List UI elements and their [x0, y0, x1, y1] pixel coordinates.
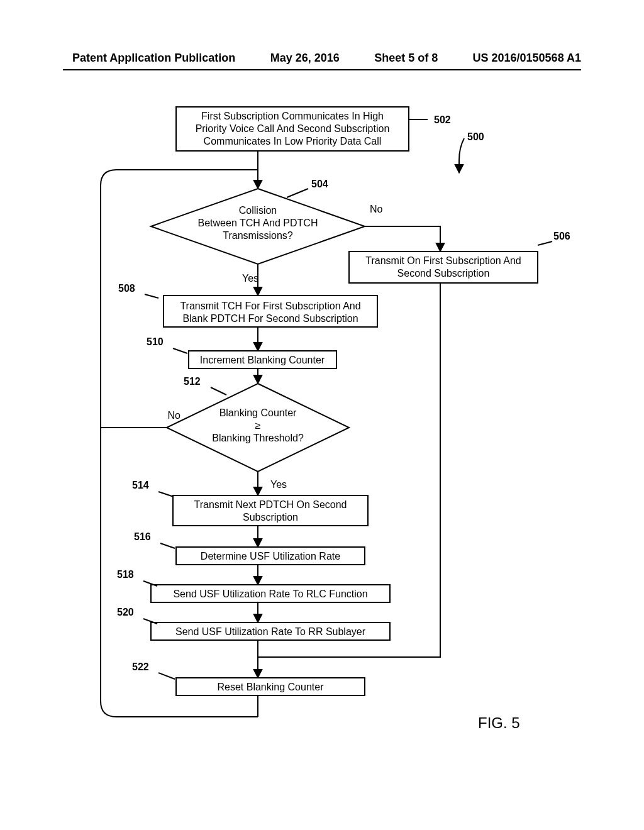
node-504-line2: Between TCH And PDTCH: [198, 218, 318, 228]
node-520-line1: Send USF Utilization Rate To RR Sublayer: [175, 626, 366, 637]
ref-500: 500: [467, 131, 484, 142]
ref-516: 516: [134, 531, 151, 542]
node-522-line1: Reset Blanking Counter: [218, 682, 325, 692]
page: Patent Application Publication May 26, 2…: [0, 0, 644, 830]
ref-506: 506: [553, 231, 570, 241]
ref-510: 510: [147, 336, 164, 347]
header-docnum: US 2016/0150568 A1: [473, 52, 581, 65]
node-516-line1: Determine USF Utilization Rate: [201, 551, 340, 562]
figure-label: FIG. 5: [478, 714, 520, 731]
ref-522: 522: [132, 661, 149, 672]
header-pub: Patent Application Publication: [72, 52, 235, 65]
ref-514: 514: [132, 480, 149, 490]
node-502-line3: Communicates In Low Priority Data Call: [204, 136, 382, 147]
node-504-line1: Collision: [239, 205, 277, 216]
node-504-line3: Transmissions?: [223, 230, 293, 241]
ref-504: 504: [311, 179, 328, 189]
page-header: Patent Application Publication May 26, 2…: [72, 52, 581, 65]
node-518-line1: Send USF Utilization Rate To RLC Functio…: [173, 589, 367, 599]
ref-518: 518: [117, 569, 134, 580]
node-502-line1: First Subscription Communicates In High: [201, 111, 384, 121]
ref-512: 512: [184, 376, 201, 387]
node-512-yes: Yes: [270, 479, 287, 490]
node-514-line1: Transmit Next PDTCH On Second: [194, 499, 347, 510]
header-sheet: Sheet 5 of 8: [374, 52, 438, 65]
node-512-line3: Blanking Threshold?: [212, 433, 304, 443]
node-506-line2: Second Subscription: [397, 268, 490, 279]
header-rule: [63, 69, 581, 70]
node-512-no: No: [168, 410, 181, 421]
node-508-line2: Blank PDTCH For Second Subscription: [182, 313, 358, 324]
node-512-line2: ≥: [255, 420, 261, 431]
node-504-no: No: [370, 204, 383, 214]
node-502-line2: Priority Voice Call And Second Subscript…: [196, 123, 390, 134]
node-512-line1: Blanking Counter: [219, 407, 297, 418]
node-504-yes: Yes: [242, 273, 258, 284]
ref-520: 520: [117, 607, 134, 617]
node-514-line2: Subscription: [243, 512, 298, 523]
ref-502: 502: [434, 114, 451, 125]
ref-508: 508: [118, 283, 135, 294]
header-date: May 26, 2016: [270, 52, 340, 65]
node-506-line1: Transmit On First Subscription And: [365, 255, 521, 266]
flowchart-svg: First Subscription Communicates In High …: [0, 88, 644, 817]
node-510-line1: Increment Blanking Counter: [200, 355, 325, 365]
node-508-line1: Transmit TCH For First Subscription And: [180, 301, 360, 311]
